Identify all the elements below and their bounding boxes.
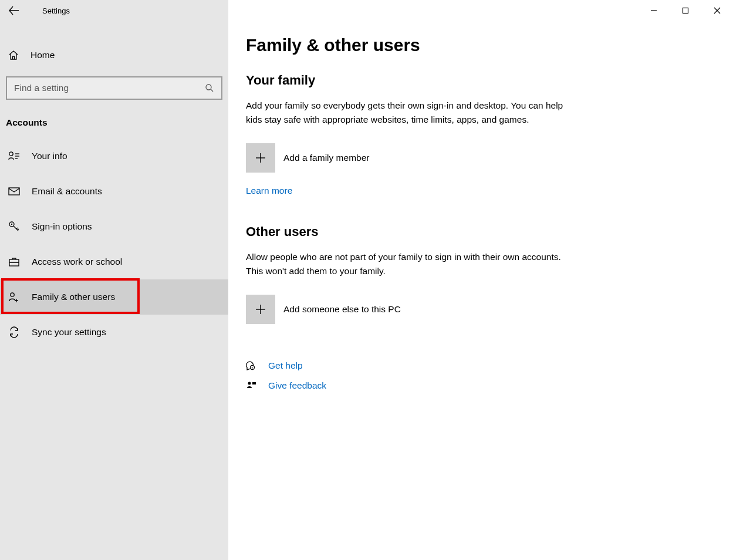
svg-point-0 bbox=[206, 85, 211, 90]
sidebar-item-label: Access work or school bbox=[32, 257, 122, 267]
search-icon bbox=[205, 83, 214, 93]
key-icon bbox=[8, 221, 20, 232]
back-button[interactable] bbox=[4, 0, 25, 21]
home-label: Home bbox=[31, 50, 55, 60]
add-other-user-button[interactable]: Add someone else to this PC bbox=[246, 295, 733, 324]
sidebar-item-label: Family & other users bbox=[32, 292, 115, 302]
sidebar-item-label: Your info bbox=[32, 151, 67, 161]
family-heading: Your family bbox=[246, 73, 733, 88]
sidebar-item-label: Sync your settings bbox=[32, 327, 106, 338]
main-content: Family & other users Your family Add you… bbox=[228, 0, 733, 560]
person-card-icon bbox=[8, 151, 20, 161]
sidebar-category: Accounts bbox=[6, 117, 228, 128]
plus-icon bbox=[254, 151, 267, 164]
minimize-button[interactable] bbox=[638, 0, 670, 21]
maximize-icon bbox=[682, 7, 689, 14]
search-input[interactable] bbox=[13, 82, 215, 94]
get-help-link[interactable]: Get help bbox=[268, 360, 303, 371]
svg-line-1 bbox=[211, 89, 213, 92]
learn-more-link[interactable]: Learn more bbox=[246, 185, 292, 195]
svg-rect-12 bbox=[683, 8, 688, 14]
add-family-label: Add a family member bbox=[283, 153, 369, 163]
add-family-member-button[interactable]: Add a family member bbox=[246, 143, 733, 173]
close-button[interactable] bbox=[701, 0, 733, 21]
mail-icon bbox=[8, 187, 20, 196]
sidebar-item-email[interactable]: Email & accounts bbox=[0, 174, 228, 209]
other-heading: Other users bbox=[246, 224, 733, 239]
svg-point-8 bbox=[11, 224, 12, 225]
window-title: Settings bbox=[42, 6, 70, 15]
sidebar-item-label: Sign-in options bbox=[32, 221, 92, 232]
sidebar: Settings Home Accounts Your info bbox=[0, 0, 228, 560]
titlebar: Settings bbox=[0, 0, 228, 21]
search-box[interactable] bbox=[6, 76, 222, 100]
home-icon bbox=[8, 50, 19, 60]
home-nav[interactable]: Home bbox=[0, 41, 228, 69]
plus-icon bbox=[254, 303, 267, 316]
other-description: Allow people who are not part of your fa… bbox=[246, 250, 575, 278]
people-plus-icon bbox=[8, 291, 20, 303]
window-controls bbox=[638, 0, 733, 21]
help-icon: ? bbox=[246, 360, 256, 371]
page-title: Family & other users bbox=[246, 35, 733, 55]
family-description: Add your family so everybody gets their … bbox=[246, 99, 575, 127]
maximize-button[interactable] bbox=[670, 0, 701, 21]
briefcase-icon bbox=[8, 257, 20, 267]
close-icon bbox=[714, 7, 721, 14]
sidebar-item-signin[interactable]: Sign-in options bbox=[0, 209, 228, 244]
minimize-icon bbox=[650, 7, 657, 14]
feedback-icon bbox=[246, 380, 256, 391]
svg-rect-22 bbox=[252, 382, 256, 384]
plus-tile bbox=[246, 295, 275, 324]
arrow-left-icon bbox=[9, 5, 19, 16]
svg-point-2 bbox=[9, 152, 13, 156]
svg-rect-6 bbox=[9, 188, 19, 195]
add-other-label: Add someone else to this PC bbox=[283, 304, 401, 315]
sidebar-item-sync[interactable]: Sync your settings bbox=[0, 315, 228, 350]
give-feedback-link[interactable]: Give feedback bbox=[268, 380, 326, 391]
sidebar-item-your-info[interactable]: Your info bbox=[0, 139, 228, 174]
sidebar-item-label: Email & accounts bbox=[32, 186, 102, 197]
plus-tile bbox=[246, 143, 275, 173]
svg-point-21 bbox=[248, 382, 251, 385]
svg-point-10 bbox=[11, 293, 14, 296]
sidebar-item-family[interactable]: Family & other users bbox=[0, 279, 228, 315]
sidebar-item-work[interactable]: Access work or school bbox=[0, 244, 228, 279]
svg-text:?: ? bbox=[252, 366, 254, 370]
sync-icon bbox=[8, 326, 20, 338]
